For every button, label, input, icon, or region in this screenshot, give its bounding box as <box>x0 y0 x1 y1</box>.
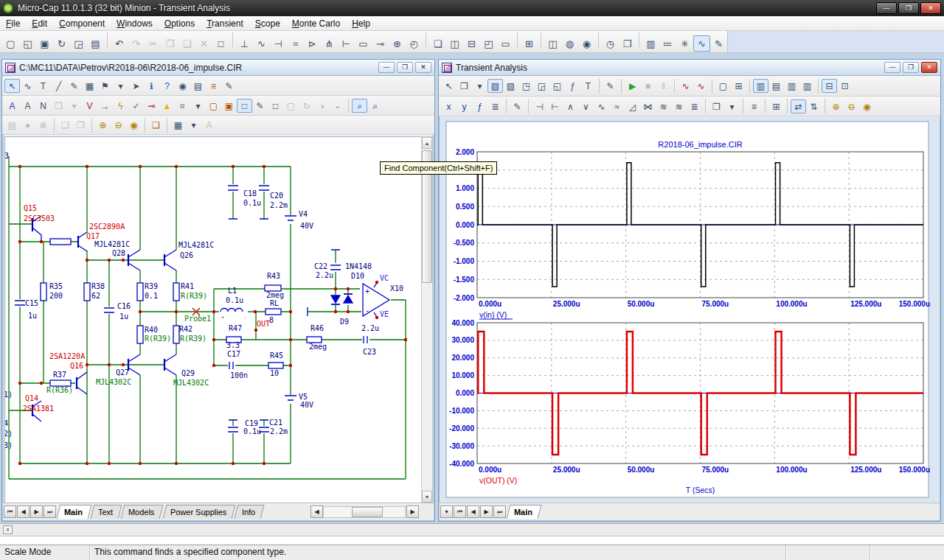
panel-stripes3-icon[interactable]: ▥ <box>784 79 799 93</box>
tab-info[interactable]: Info <box>235 505 265 519</box>
panel-stripes4-icon[interactable]: ▥ <box>799 79 815 93</box>
pin-connections-icon[interactable]: ⊸ <box>144 99 159 113</box>
menu-transient[interactable]: Transient <box>201 17 249 30</box>
dropdown-icon[interactable]: ▾ <box>66 99 82 113</box>
text-mode-icon[interactable]: T <box>35 79 51 93</box>
separate-plots-icon[interactable]: ⊡ <box>837 79 853 93</box>
menu-help[interactable]: Help <box>346 17 376 30</box>
flip-v-icon[interactable]: ◒ <box>330 99 345 113</box>
new-page-icon[interactable]: ▢ <box>206 99 221 113</box>
error-icon[interactable]: ● <box>20 118 35 132</box>
cut-icon[interactable]: ✂ <box>145 35 162 52</box>
panel-stripes1-icon[interactable]: ▥ <box>753 79 768 93</box>
paste-icon[interactable]: ❏ <box>178 35 195 52</box>
power-icon[interactable]: ϟ <box>113 99 128 113</box>
last-page-icon[interactable]: ⏭ <box>44 505 56 518</box>
text-mode-icon[interactable]: T <box>580 79 596 93</box>
calculator-icon[interactable]: ⊞ <box>521 35 538 52</box>
x-axis-icon[interactable]: x <box>441 99 457 113</box>
high-icon[interactable]: ∿ <box>594 99 609 113</box>
line-mode-icon[interactable]: ╱ <box>51 79 66 93</box>
formula-text-icon[interactable]: ƒ <box>565 79 580 93</box>
select-mode-icon[interactable]: ↖ <box>4 79 20 93</box>
zoom-in-icon[interactable]: ⊕ <box>828 99 844 113</box>
pulse-source-icon[interactable]: ◴ <box>406 35 423 52</box>
scroll-right-icon[interactable]: ▶ <box>406 505 419 518</box>
schematic-window-titlebar[interactable]: C:\MC11\DATA\Petrov\R2018-06\R2018-06_im… <box>2 60 434 76</box>
inflection-icon[interactable]: ◿ <box>625 99 640 113</box>
hscroll-thumb[interactable] <box>352 507 383 517</box>
dropdown-icon[interactable]: ▾ <box>472 79 487 93</box>
first-page-icon[interactable]: ⏮ <box>454 505 466 518</box>
cursor-window-icon[interactable]: ⇅ <box>806 99 822 113</box>
menu-edit[interactable]: Edit <box>26 17 53 30</box>
ground-icon[interactable]: ⊥ <box>236 35 253 52</box>
cascade-icon[interactable]: ❏ <box>429 35 446 52</box>
properties-icon[interactable]: ✎ <box>252 99 268 113</box>
cursor-mode-icon[interactable]: ◲ <box>534 79 549 93</box>
scale-mode-icon[interactable]: ◳ <box>518 79 534 93</box>
flip-h-icon[interactable]: ◑ <box>314 99 330 113</box>
schematic-canvas[interactable]: + - + - Q152SC35032SC2890AQ17MJL4281CQ28… <box>4 136 423 503</box>
clipboard-icon[interactable]: ❐ <box>709 99 724 113</box>
redo-icon[interactable]: ↷ <box>128 35 145 52</box>
copy-picture-icon[interactable]: ❐ <box>51 99 66 113</box>
restore-button[interactable]: ❐ <box>397 62 413 73</box>
diode-icon[interactable]: ⊳ <box>304 35 321 52</box>
open-icon[interactable]: ◱ <box>19 35 36 52</box>
page-info-icon[interactable]: ▣ <box>221 99 237 113</box>
box2-icon[interactable]: ▢ <box>283 99 299 113</box>
pan-mode-icon[interactable]: ▨ <box>503 79 518 93</box>
undo-icon[interactable]: ↶ <box>111 35 128 52</box>
tab-main[interactable]: Main <box>57 505 92 519</box>
valley-icon[interactable]: ∨ <box>578 99 594 113</box>
split-vertical-icon[interactable]: ◫ <box>446 35 463 52</box>
component-bus-icon[interactable]: ▦ <box>82 79 97 93</box>
minimize-button[interactable]: — <box>884 62 900 73</box>
component-panel-icon[interactable]: ◫ <box>544 35 561 52</box>
inductor-icon[interactable]: ≈ <box>287 35 304 52</box>
prev-page-icon[interactable]: ◀ <box>17 505 30 518</box>
maximize-button[interactable]: ❐ <box>898 2 919 14</box>
global-high-icon[interactable]: ⋈ <box>640 99 656 113</box>
paste-mode-icon[interactable]: ❐ <box>457 79 472 93</box>
send-back-icon[interactable]: ❐ <box>73 118 88 132</box>
edit-limits-icon[interactable]: ✎ <box>510 99 525 113</box>
preferences-tools-icon[interactable]: ✳ <box>676 35 693 52</box>
panel-stripes2-icon[interactable]: ▤ <box>768 79 784 93</box>
delete-icon[interactable]: ✕ <box>195 35 212 52</box>
next-page-icon[interactable]: ▶ <box>30 505 43 518</box>
zoom-select-icon[interactable]: ▧ <box>487 79 503 93</box>
peak-icon[interactable]: ∧ <box>563 99 578 113</box>
first-page-icon[interactable]: ⏮ <box>4 505 16 518</box>
node-voltages-icon[interactable]: V <box>82 99 97 113</box>
dropdown-icon[interactable]: ▾ <box>724 99 740 113</box>
print-preview-icon[interactable]: ◲ <box>70 35 87 52</box>
restore-button[interactable]: ❐ <box>903 62 919 73</box>
analysis-window-titlebar[interactable]: Transient Analysis — ❐ ✕ <box>439 60 940 76</box>
next-data-point-icon[interactable]: ⊣ <box>532 99 547 113</box>
menu-options[interactable]: Options <box>159 17 201 30</box>
next-page-icon[interactable]: ▶ <box>480 505 493 518</box>
grid-icon[interactable]: ⌗ <box>175 99 190 113</box>
select-rect-icon[interactable]: □ <box>212 35 229 52</box>
fet-icon[interactable]: ⊢ <box>338 35 355 52</box>
flag-icon[interactable]: ⚑ <box>97 79 113 93</box>
schematic-hscrollbar[interactable]: ◀ ▶ <box>310 505 419 518</box>
analysis-plot-area[interactable]: 2.0001.5001.0000.5000.000-0.500-1.000-1.… <box>441 117 940 502</box>
single-plot-icon[interactable]: ⊟ <box>822 79 837 93</box>
minimize-button[interactable]: — <box>876 2 897 14</box>
attribute-text-icon[interactable]: A <box>4 99 20 113</box>
zoom-out-icon[interactable]: ⊖ <box>111 118 126 132</box>
envelope1-icon[interactable]: ≋ <box>671 99 687 113</box>
analysis-limits-icon[interactable]: ∿ <box>678 79 693 93</box>
capacitor-icon[interactable]: ⊣ <box>270 35 287 52</box>
wire-text-icon[interactable]: A <box>20 99 35 113</box>
menu-component[interactable]: Component <box>53 17 111 30</box>
sine-source-icon[interactable]: ∿ <box>253 35 270 52</box>
wire-mode-icon[interactable]: ∿ <box>20 79 35 93</box>
copy-icon[interactable]: ❐ <box>162 35 178 52</box>
page-copy-icon[interactable]: ❏ <box>148 118 164 132</box>
zoom-out-icon[interactable]: ⊖ <box>844 99 859 113</box>
web-icon[interactable]: ◉ <box>578 35 595 52</box>
